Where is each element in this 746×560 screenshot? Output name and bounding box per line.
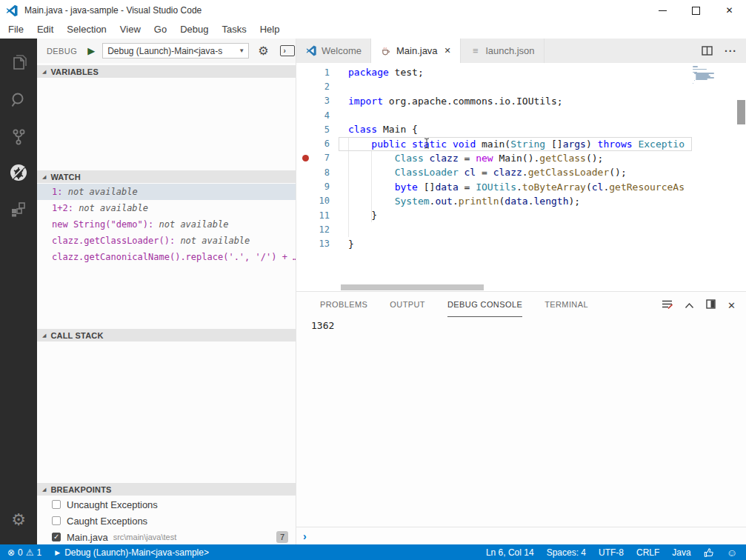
- close-panel-icon[interactable]: ✕: [727, 300, 736, 311]
- debug-target-status[interactable]: ▶ Debug (Launch)-Main<java-sample>: [55, 547, 209, 558]
- code-line[interactable]: 4: [296, 108, 746, 122]
- watch-title: WATCH: [50, 173, 81, 181]
- code-line[interactable]: 2: [296, 79, 746, 93]
- problems-status[interactable]: ⊗ 0 ⚠ 1: [7, 547, 44, 558]
- more-actions-icon[interactable]: ···: [725, 45, 737, 57]
- menu-selection[interactable]: Selection: [60, 21, 113, 39]
- line-number: 7: [296, 153, 330, 163]
- breakpoint-row[interactable]: Main.javasrc\main\java\test7: [37, 529, 296, 545]
- tab-main-java[interactable]: Main.java✕: [371, 39, 461, 63]
- status-indentation[interactable]: Spaces: 4: [547, 547, 586, 558]
- panel-tab-output[interactable]: OUTPUT: [390, 292, 425, 317]
- code-line[interactable]: 11 }: [296, 208, 746, 222]
- search-icon[interactable]: [0, 84, 37, 116]
- breakpoint-row[interactable]: Caught Exceptions: [37, 513, 296, 529]
- start-debug-icon[interactable]: ▶: [87, 45, 95, 56]
- minimap-line: [693, 69, 707, 70]
- code-line[interactable]: 7 Class clazz = new Main().getClass();: [296, 151, 746, 165]
- code-line[interactable]: 9 byte []data = IOUtils.toByteArray(cl.g…: [296, 179, 746, 193]
- window-title: Main.java - java-sample - Visual Studio …: [24, 5, 202, 16]
- code-line[interactable]: 10 System.out.println(data.length);: [296, 194, 746, 208]
- menu-file[interactable]: File: [1, 21, 30, 39]
- watch-expression-row[interactable]: clazz.getCanonicalName().replace('.', '/…: [37, 249, 296, 265]
- maximize-button[interactable]: [679, 0, 713, 21]
- watch-expression-row[interactable]: clazz.getClassLoader(): not available: [37, 233, 296, 249]
- smiley-feedback-icon[interactable]: ☺: [727, 547, 737, 559]
- code-line[interactable]: 1package test;: [296, 65, 746, 79]
- breakpoint-path: src\main\java\test: [113, 533, 177, 541]
- settings-gear-icon[interactable]: ⚙: [0, 507, 37, 533]
- debug-toolbar: DEBUG ▶ Debug (Launch)-Main<java-s ▼ ⚙ ›: [37, 39, 296, 63]
- breakpoint-checkbox[interactable]: [52, 533, 61, 541]
- status-bar-left: ⊗ 0 ⚠ 1 ▶ Debug (Launch)-Main<java-sampl…: [7, 547, 209, 558]
- clear-console-icon[interactable]: [662, 299, 673, 312]
- twistie-icon: ◢: [42, 487, 46, 493]
- vertical-scrollbar-thumb[interactable]: [737, 100, 745, 124]
- code-line[interactable]: 5class Main {: [296, 122, 746, 136]
- code-line[interactable]: 13}: [296, 237, 746, 251]
- line-number: 3: [296, 96, 330, 106]
- tab-launch-json[interactable]: ≡launch.json: [461, 39, 544, 63]
- watch-expression-row[interactable]: 1: not available: [37, 184, 296, 200]
- watch-expression: new String("demo"):: [52, 219, 159, 230]
- code-line[interactable]: 8 ClassLoader cl = clazz.getClassLoader(…: [296, 165, 746, 179]
- panel-tab-terminal[interactable]: TERMINAL: [544, 292, 588, 317]
- breakpoint-checkbox[interactable]: [52, 500, 61, 509]
- maximize-panel-icon[interactable]: [685, 299, 694, 312]
- watch-expression-row[interactable]: new String("demo"): not available: [37, 216, 296, 233]
- line-number: 9: [296, 181, 330, 192]
- variables-section-header[interactable]: ◢ VARIABLES: [37, 65, 296, 78]
- status-eol[interactable]: CRLF: [636, 547, 659, 558]
- watch-expression: clazz.getCanonicalName().replace('.', '/…: [52, 252, 296, 262]
- menu-go[interactable]: Go: [147, 21, 173, 39]
- watch-section-header[interactable]: ◢ WATCH: [37, 170, 296, 183]
- code-line[interactable]: 3import org.apache.commons.io.IOUtils;: [296, 94, 746, 108]
- call-stack-section-header[interactable]: ◢ CALL STACK: [37, 329, 296, 341]
- menu-help[interactable]: Help: [253, 21, 287, 39]
- menu-tasks[interactable]: Tasks: [215, 21, 253, 39]
- chevron-down-icon: ▼: [239, 47, 244, 54]
- code-text: byte []data = IOUtils.toByteArray(cl.get…: [330, 181, 685, 193]
- split-editor-icon[interactable]: [702, 46, 713, 56]
- code-text: Class clazz = new Main().getClass();: [330, 153, 603, 164]
- tab-bar: WelcomeMain.java✕≡launch.json: [296, 39, 746, 63]
- open-debug-console-icon[interactable]: ›: [280, 45, 295, 56]
- watch-expression: 1:: [52, 187, 68, 197]
- close-button[interactable]: ✕: [713, 0, 746, 21]
- close-icon[interactable]: ✕: [444, 46, 451, 56]
- menu-edit[interactable]: Edit: [30, 21, 60, 39]
- toggle-panel-position-icon[interactable]: [706, 299, 716, 312]
- code-text: public static void main(String []args) t…: [330, 139, 685, 150]
- configure-gear-icon[interactable]: ⚙: [258, 44, 268, 58]
- panel-tab-debug-console[interactable]: DEBUG CONSOLE: [447, 292, 522, 317]
- status-language-mode[interactable]: Java: [672, 547, 690, 558]
- code-line[interactable]: 6 public static void main(String []args)…: [296, 136, 746, 150]
- watch-value: not available: [79, 203, 148, 213]
- files-icon[interactable]: [0, 47, 37, 79]
- debug-icon[interactable]: [0, 156, 37, 189]
- horizontal-scrollbar-thumb[interactable]: [341, 284, 484, 290]
- breakpoint-dot[interactable]: [302, 155, 309, 161]
- feedback-thumb-icon[interactable]: [704, 547, 714, 558]
- menu-view[interactable]: View: [113, 21, 147, 39]
- menu-debug[interactable]: Debug: [173, 21, 215, 39]
- debug-configuration-dropdown[interactable]: Debug (Launch)-Main<java-s ▼: [102, 43, 249, 59]
- vertical-scrollbar[interactable]: [736, 63, 746, 291]
- extensions-icon[interactable]: [0, 193, 37, 226]
- code-line[interactable]: 12: [296, 222, 746, 236]
- line-number: 2: [296, 81, 330, 92]
- source-control-icon[interactable]: [0, 121, 37, 153]
- watch-expression-row[interactable]: 1+2: not available: [37, 200, 296, 216]
- panel-tab-problems[interactable]: PROBLEMS: [320, 292, 367, 317]
- breakpoint-row[interactable]: Uncaught Exceptions: [37, 496, 296, 513]
- debug-console-input[interactable]: ›: [296, 527, 746, 544]
- minimize-button[interactable]: [646, 0, 679, 21]
- java-icon: [380, 45, 392, 57]
- tab-welcome[interactable]: Welcome: [296, 39, 371, 63]
- status-cursor-position[interactable]: Ln 6, Col 14: [486, 547, 534, 558]
- code-editor[interactable]: 1package test;23import org.apache.common…: [296, 63, 746, 291]
- minimap[interactable]: [693, 66, 734, 84]
- breakpoint-checkbox[interactable]: [52, 516, 61, 525]
- breakpoints-section-header[interactable]: ◢ BREAKPOINTS: [37, 483, 296, 496]
- status-encoding[interactable]: UTF-8: [599, 547, 624, 558]
